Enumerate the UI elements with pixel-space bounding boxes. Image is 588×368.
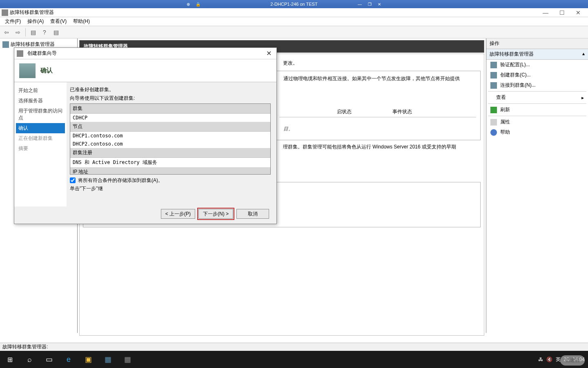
toolbar: ⇦ ⇨ ▤ ? ▤ [0,26,588,38]
wizard-content: 已准备好创建群集。 向导将使用以下设置创建群集: 群集 CDHCP 节点 DHC… [67,82,276,206]
overview-description: 通过物理电缆和软件相互连接。如果其中一个节点发生故障，其他节点将开始提供 [283,75,476,82]
toolbar-help-button[interactable]: ? [40,27,49,37]
minimize-button[interactable]: — [537,9,554,17]
wizard-intro2: 向导将使用以下设置创建群集: [70,95,271,102]
vm-titlebar: ⊕ 🔒 2-DHCP1-246 on TEST — ❐ ✕ [0,0,588,8]
vm-restore-button[interactable]: ❐ [365,1,374,7]
add-storage-label: 将所有符合条件的存储添加到群集(A)。 [78,177,163,184]
add-storage-checkbox[interactable]: 将所有符合条件的存储添加到群集(A)。 [70,177,271,184]
col-status: 启状态 [335,108,391,115]
back-button[interactable]: < 上一步(P) [161,209,195,219]
menu-help[interactable]: 帮助(H) [70,17,93,26]
vm-pin-icon[interactable]: ⊕ [184,1,193,7]
create-cluster-wizard: 创建群集向导 ✕ 确认 开始之前 选择服务器 用于管理群集的访问点 确认 正在创… [14,47,277,224]
wizard-hint: 单击"下一步"继 [70,185,271,192]
menu-file[interactable]: 文件(F) [2,17,24,26]
connect-icon [490,82,497,89]
vm-minimize-button[interactable]: — [355,1,364,7]
tray-ime[interactable]: 英 [556,356,561,363]
wizard-header: 确认 [14,59,276,82]
create-icon [490,72,497,79]
wizard-title-text: 创建群集向导 [27,50,57,57]
step-confirm[interactable]: 确认 [16,123,65,133]
action-separator [488,116,586,116]
wizard-steps: 开始之前 选择服务器 用于管理群集的访问点 确认 正在创建新群集 摘要 [14,82,67,206]
vm-lock-icon[interactable]: 🔒 [194,1,203,7]
menubar: 文件(F) 操作(A) 查看(V) 帮助(H) [0,17,588,26]
action-separator [488,91,586,92]
action-properties[interactable]: 属性 [486,117,588,127]
list-node2: DHCP2.contoso.com [70,140,270,148]
list-hdr-cluster: 群集 [70,104,270,114]
wizard-close-button[interactable]: ✕ [264,49,274,57]
actions-panel: 操作 故障转移群集管理器 验证配置(L)... 创建群集(C)... 连接到群集… [486,38,588,333]
watermark: 亿速云 [560,355,585,366]
list-node1: DHCP1.contoso.com [70,132,270,140]
nav-back-button[interactable]: ⇦ [2,27,11,37]
col-event: 事件状态 [391,108,447,115]
vm-title: 2-DHCP1-246 on TEST [270,2,317,7]
wizard-intro1: 已准备好创建群集。 [70,86,271,93]
toolbar-panel1-button[interactable]: ▤ [28,27,38,37]
explorer-button[interactable]: ▣ [78,351,98,368]
wizard-summary-list[interactable]: 群集 CDHCP 节点 DHCP1.contoso.com DHCP2.cont… [70,103,271,175]
add-storage-input[interactable] [70,177,76,183]
menu-view[interactable]: 查看(V) [47,17,70,26]
start-button[interactable]: ⊞ [0,351,20,368]
tray-sound-icon[interactable]: 🔇 [546,357,552,362]
actions-header: 操作 [486,38,588,49]
server-manager-button[interactable]: ▦ [98,351,118,368]
list-hdr-reg: 群集注册 [70,148,270,158]
wizard-titlebar[interactable]: 创建群集向导 ✕ [14,48,276,59]
nav-forward-button[interactable]: ⇨ [13,27,23,37]
cancel-button[interactable]: 取消 [236,209,269,219]
next-button[interactable]: 下一步(N) > [198,209,233,219]
list-hdr-node: 节点 [70,122,270,132]
step-select-server[interactable]: 选择服务器 [16,96,65,106]
step-summary: 摘要 [16,144,65,154]
statusbar: 故障转移群集管理器: [0,343,588,351]
validate-icon [490,62,497,68]
vm-close-button[interactable]: ✕ [375,1,384,7]
wizard-header-title: 确认 [40,67,53,74]
toolbar-separator [25,28,26,36]
action-validate[interactable]: 验证配置(L)... [486,60,588,70]
properties-icon [490,119,497,126]
wizard-icon [17,50,23,57]
watermark-text: 亿速云 [565,357,580,363]
wizard-header-icon [19,63,36,78]
app-icon [2,9,8,16]
action-connect-cluster[interactable]: 连接到群集(N)... [486,80,588,90]
col-name [279,108,335,115]
mgmt-description: 理群集。群集管理可能包括将角色从运行 Windows Server 2016 或… [283,144,481,150]
tree-root-label: 故障转移群集管理器 [11,41,55,48]
intro-text-suffix: 更改。 [283,60,481,67]
search-button[interactable]: ⌕ [20,351,39,368]
list-hdr-ip: IP 地址 [70,167,270,175]
list-cluster-name: CDHCP [70,114,270,122]
step-access-point[interactable]: 用于管理群集的访问点 [16,106,65,123]
close-button[interactable]: ✕ [570,9,586,17]
action-refresh[interactable]: 刷新 [486,105,588,115]
refresh-icon [490,107,497,113]
cluster-manager-icon [2,41,9,48]
statusbar-text: 故障转移群集管理器: [2,343,48,350]
taskview-button[interactable]: ▭ [39,351,59,368]
action-view[interactable]: 查看 [486,92,588,103]
action-help[interactable]: 帮助 [486,127,588,137]
ie-button[interactable]: e [59,351,78,368]
actions-group-header[interactable]: 故障转移群集管理器 [486,49,588,60]
menu-action[interactable]: 操作(A) [24,17,47,26]
cluster-manager-taskbar[interactable]: ▦ [118,351,137,368]
app-titlebar: 故障转移群集管理器 — ☐ ✕ [0,8,588,17]
help-icon [490,129,497,136]
list-reg-item: DNS 和 Active Directory 域服务 [70,158,270,167]
app-title: 故障转移群集管理器 [10,9,54,16]
step-creating: 正在创建新群集 [16,133,65,144]
toolbar-panel2-button[interactable]: ▤ [51,27,61,37]
action-create-cluster[interactable]: 创建群集(C)... [486,70,588,80]
maximize-button[interactable]: ☐ [554,9,570,17]
taskbar: ⊞ ⌕ ▭ e ▣ ▦ ▦ 🖧 🔇 英 20 14:04 [0,351,588,368]
tray-network-icon[interactable]: 🖧 [538,357,543,362]
step-before[interactable]: 开始之前 [16,85,65,96]
